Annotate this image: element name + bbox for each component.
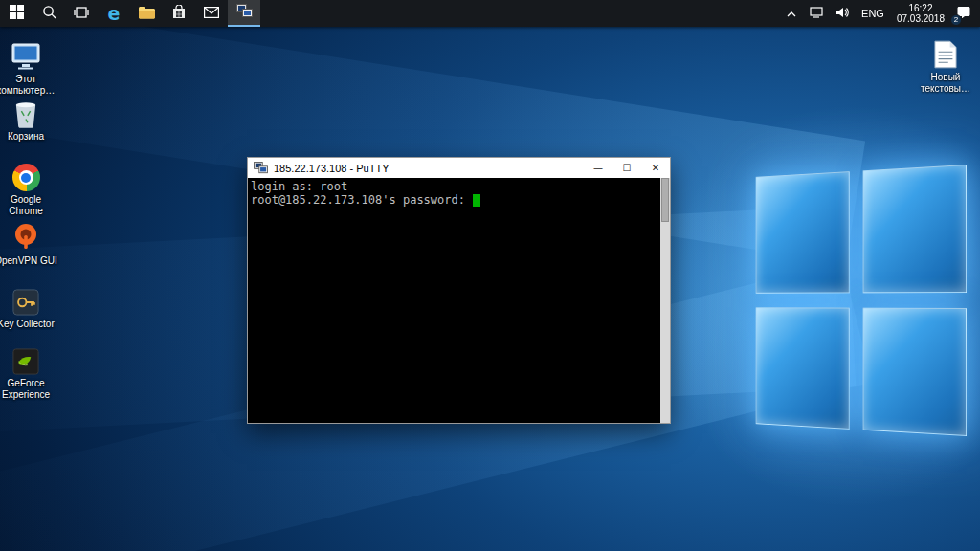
- volume-tray-button[interactable]: [834, 5, 851, 23]
- taskbar-item-mail[interactable]: [195, 0, 228, 27]
- speaker-icon: [835, 7, 849, 21]
- language-indicator[interactable]: ENG: [859, 6, 886, 21]
- window-titlebar[interactable]: 185.22.173.108 - PuTTY — ☐ ✕: [248, 158, 670, 178]
- action-center-button[interactable]: 2: [955, 4, 972, 23]
- geforce-experience-icon: [0, 342, 59, 375]
- terminal-line: login as: root: [251, 180, 347, 193]
- chrome-icon: [0, 159, 59, 191]
- chevron-up-icon: [786, 7, 797, 21]
- maximize-button[interactable]: ☐: [612, 158, 641, 178]
- tray-time: 16:22: [908, 3, 932, 13]
- edge-icon: e: [108, 5, 121, 23]
- minimize-button[interactable]: —: [584, 158, 612, 178]
- taskbar-item-file-explorer[interactable]: [130, 0, 163, 27]
- icon-label: OpenVPN GUI: [0, 255, 59, 267]
- task-view-icon: [74, 5, 89, 23]
- scrollbar-thumb[interactable]: [661, 178, 669, 222]
- notification-count-badge: 2: [950, 14, 962, 26]
- task-view-button[interactable]: [65, 0, 98, 27]
- folder-icon: [139, 6, 155, 22]
- icon-label: Этот компьютер…: [0, 74, 59, 97]
- desktop-icon-key-collector[interactable]: Key Collector: [0, 283, 59, 330]
- windows-desktop: { "taskbar": { "items": [ { "name": "sta…: [0, 0, 980, 551]
- icon-label: Key Collector: [0, 319, 59, 330]
- logo-pane: [863, 308, 967, 436]
- logo-pane: [756, 307, 850, 430]
- network-ethernet-icon: [810, 7, 823, 21]
- search-button[interactable]: [33, 0, 65, 27]
- system-tray: ENG 16:22 07.03.2018 2: [776, 0, 980, 27]
- taskbar-item-edge[interactable]: e: [98, 0, 130, 27]
- network-tray-button[interactable]: [808, 5, 825, 23]
- putty-window-icon: [254, 162, 268, 174]
- desktop-icon-openvpn[interactable]: OpenVPN GUI: [0, 220, 59, 267]
- terminal-text[interactable]: login as: rootroot@185.22.173.108's pass…: [248, 178, 660, 423]
- taskbar-item-store[interactable]: [163, 0, 195, 27]
- this-pc-icon: [0, 38, 59, 71]
- icon-label: Google Chrome: [0, 194, 59, 217]
- show-hidden-icons-button[interactable]: [784, 5, 799, 23]
- icon-label: GeForce Experience: [0, 378, 59, 401]
- icon-label: Новый текстовы…: [912, 72, 979, 95]
- taskbar: e: [0, 0, 980, 27]
- icon-label: Корзина: [0, 131, 59, 143]
- store-bag-icon: [172, 5, 186, 22]
- desktop-icon-new-text-document[interactable]: Новый текстовы…: [912, 36, 979, 95]
- taskbar-item-putty-active[interactable]: [228, 0, 260, 27]
- windows-logo-icon: [10, 5, 24, 22]
- window-title: 185.22.173.108 - PuTTY: [274, 163, 584, 174]
- mail-envelope-icon: [204, 7, 219, 21]
- desktop-icon-this-pc[interactable]: Этот компьютер…: [0, 38, 59, 97]
- clock[interactable]: 16:22 07.03.2018: [895, 1, 947, 26]
- terminal-line: root@185.22.173.108's password:: [251, 193, 472, 207]
- putty-terminals-icon: [236, 4, 253, 21]
- logo-pane: [756, 171, 850, 294]
- desktop-icon-geforce-experience[interactable]: GeForce Experience: [0, 342, 59, 401]
- key-collector-icon: [0, 283, 59, 316]
- putty-window: 185.22.173.108 - PuTTY — ☐ ✕ login as: r…: [247, 157, 671, 424]
- openvpn-icon: [0, 220, 59, 253]
- desktop-icon-google-chrome[interactable]: Google Chrome: [0, 159, 59, 217]
- start-button[interactable]: [0, 0, 33, 27]
- terminal-cursor: [473, 194, 480, 207]
- search-icon: [42, 5, 56, 22]
- desktop-icon-recycle-bin[interactable]: Корзина: [0, 96, 59, 143]
- logo-pane: [863, 165, 967, 293]
- windows-hero-logo: [756, 165, 967, 436]
- text-document-icon: [912, 36, 979, 69]
- tray-date: 07.03.2018: [897, 13, 945, 24]
- terminal-area: login as: rootroot@185.22.173.108's pass…: [248, 178, 670, 423]
- close-button[interactable]: ✕: [641, 158, 670, 178]
- recycle-bin-icon: [0, 96, 59, 128]
- terminal-scrollbar[interactable]: [660, 178, 670, 423]
